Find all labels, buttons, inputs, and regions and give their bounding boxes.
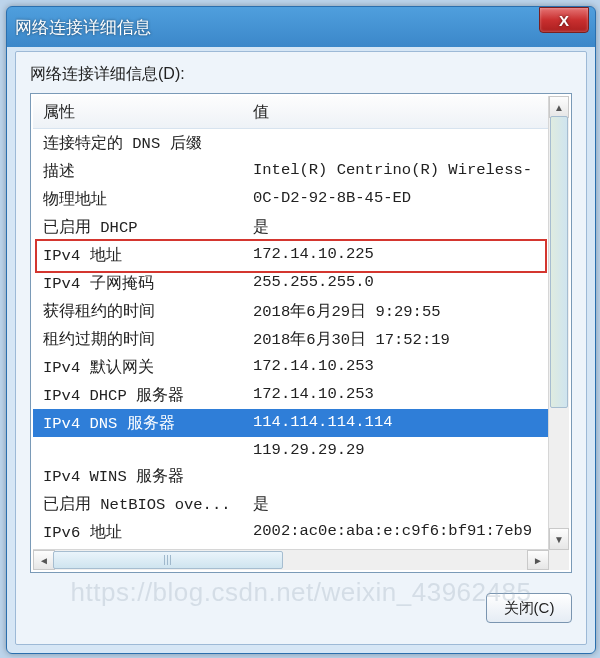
row-value: 172.14.10.253 bbox=[253, 357, 539, 378]
horizontal-scroll-track[interactable] bbox=[53, 550, 529, 570]
row-property: 已启用 DHCP bbox=[43, 217, 253, 238]
list-row[interactable]: 已启用 DHCP是 bbox=[33, 213, 549, 241]
list-row[interactable]: 连接特定的 DNS 后缀 bbox=[33, 129, 549, 157]
row-property bbox=[43, 441, 253, 459]
row-property: IPv4 DNS 服务器 bbox=[43, 413, 253, 434]
row-value: 255.255.255.0 bbox=[253, 273, 539, 294]
row-value: 是 bbox=[253, 217, 539, 238]
close-button[interactable]: 关闭(C) bbox=[486, 593, 572, 623]
column-header-value[interactable]: 值 bbox=[253, 102, 539, 123]
close-icon: X bbox=[559, 12, 569, 29]
list-row[interactable]: IPv6 地址2002:ac0e:aba:e:c9f6:bf91:7eb9 bbox=[33, 518, 549, 546]
column-header-property[interactable]: 属性 bbox=[43, 102, 253, 123]
window-close-button[interactable]: X bbox=[539, 7, 589, 33]
row-value: 2018年6月29日 9:29:55 bbox=[253, 301, 539, 322]
row-property: 物理地址 bbox=[43, 189, 253, 210]
row-property: IPv4 地址 bbox=[43, 245, 253, 266]
section-label: 网络连接详细信息(D): bbox=[30, 64, 572, 85]
list-row[interactable]: 119.29.29.29 bbox=[33, 437, 549, 462]
rows-container: 连接特定的 DNS 后缀描述Intel(R) Centrino(R) Wirel… bbox=[33, 129, 549, 550]
row-property: IPv4 DHCP 服务器 bbox=[43, 385, 253, 406]
row-property: IPv4 WINS 服务器 bbox=[43, 466, 253, 487]
list-row[interactable]: 描述Intel(R) Centrino(R) Wireless- bbox=[33, 157, 549, 185]
list-row[interactable]: 已启用 NetBIOS ove...是 bbox=[33, 490, 549, 518]
scroll-right-arrow-icon[interactable]: ► bbox=[527, 550, 549, 570]
row-value bbox=[253, 133, 539, 154]
row-value: 是 bbox=[253, 494, 539, 515]
row-property: 描述 bbox=[43, 161, 253, 182]
list-row[interactable]: IPv4 子网掩码255.255.255.0 bbox=[33, 269, 549, 297]
row-property: 已启用 NetBIOS ove... bbox=[43, 494, 253, 515]
row-property: 租约过期的时间 bbox=[43, 329, 253, 350]
row-value: 2002:ac0e:aba:e:c9f6:bf91:7eb9 bbox=[253, 522, 539, 543]
row-property: IPv6 地址 bbox=[43, 522, 253, 543]
list-row[interactable]: 获得租约的时间2018年6月29日 9:29:55 bbox=[33, 297, 549, 325]
list-row[interactable]: IPv4 WINS 服务器 bbox=[33, 462, 549, 490]
list-row[interactable]: IPv4 默认网关172.14.10.253 bbox=[33, 353, 549, 381]
row-property: IPv4 子网掩码 bbox=[43, 273, 253, 294]
row-value bbox=[253, 466, 539, 487]
scrollbar-corner bbox=[549, 550, 569, 570]
vertical-scroll-track[interactable] bbox=[549, 116, 569, 530]
dialog-window: 网络连接详细信息 X 网络连接详细信息(D): 属性 值 连接特定的 DNS 后… bbox=[6, 6, 596, 654]
horizontal-scrollbar[interactable]: ◄ ► bbox=[33, 549, 549, 570]
button-row: 关闭(C) bbox=[30, 593, 572, 623]
scroll-left-arrow-icon[interactable]: ◄ bbox=[33, 550, 55, 570]
row-value: 172.14.10.253 bbox=[253, 385, 539, 406]
row-value: Intel(R) Centrino(R) Wireless- bbox=[253, 161, 539, 182]
window-title: 网络连接详细信息 bbox=[15, 16, 587, 39]
row-property: 获得租约的时间 bbox=[43, 301, 253, 322]
list-row[interactable]: IPv4 DNS 服务器114.114.114.114 bbox=[33, 409, 549, 437]
row-value: 114.114.114.114 bbox=[253, 413, 539, 434]
row-value: 119.29.29.29 bbox=[253, 441, 539, 459]
vertical-scroll-thumb[interactable] bbox=[550, 116, 568, 408]
vertical-scrollbar[interactable]: ▲ ▼ bbox=[548, 96, 569, 550]
client-area: 网络连接详细信息(D): 属性 值 连接特定的 DNS 后缀描述Intel(R)… bbox=[15, 51, 587, 645]
row-value: 0C-D2-92-8B-45-ED bbox=[253, 189, 539, 210]
horizontal-scroll-thumb[interactable] bbox=[53, 551, 283, 569]
details-listview[interactable]: 属性 值 连接特定的 DNS 后缀描述Intel(R) Centrino(R) … bbox=[30, 93, 572, 573]
row-property: IPv4 默认网关 bbox=[43, 357, 253, 378]
list-row[interactable]: 租约过期的时间2018年6月30日 17:52:19 bbox=[33, 325, 549, 353]
row-value: 2018年6月30日 17:52:19 bbox=[253, 329, 539, 350]
list-row[interactable]: IPv4 地址172.14.10.225 bbox=[33, 241, 549, 269]
column-headers[interactable]: 属性 值 bbox=[33, 96, 549, 129]
list-row[interactable]: 物理地址0C-D2-92-8B-45-ED bbox=[33, 185, 549, 213]
scroll-down-arrow-icon[interactable]: ▼ bbox=[549, 528, 569, 550]
list-row[interactable]: IPv4 DHCP 服务器172.14.10.253 bbox=[33, 381, 549, 409]
list-inner: 属性 值 连接特定的 DNS 后缀描述Intel(R) Centrino(R) … bbox=[33, 96, 549, 550]
row-value: 172.14.10.225 bbox=[253, 245, 539, 266]
scroll-up-arrow-icon[interactable]: ▲ bbox=[549, 96, 569, 118]
row-property: 连接特定的 DNS 后缀 bbox=[43, 133, 253, 154]
titlebar[interactable]: 网络连接详细信息 X bbox=[7, 7, 595, 47]
